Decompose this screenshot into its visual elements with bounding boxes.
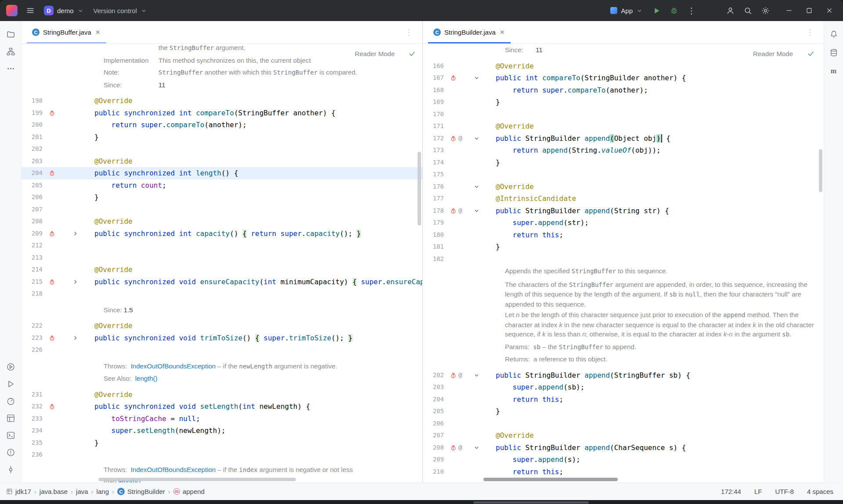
override-gutter-icon[interactable] bbox=[450, 75, 457, 81]
close-button[interactable] bbox=[819, 0, 839, 21]
fold-chevron-icon[interactable] bbox=[72, 231, 78, 236]
main-menu-button[interactable] bbox=[22, 2, 39, 19]
doc-link[interactable]: length() bbox=[135, 375, 158, 382]
fold-chevron-icon[interactable] bbox=[474, 208, 479, 214]
structure-tool-button[interactable] bbox=[3, 43, 18, 59]
more-actions-button[interactable]: ⋮ bbox=[683, 2, 700, 19]
override-gutter-icon[interactable] bbox=[450, 207, 457, 214]
line-separator[interactable]: LF bbox=[754, 488, 762, 495]
annotation-gutter-icon[interactable]: @ bbox=[458, 132, 462, 145]
fold-chevron-icon[interactable] bbox=[474, 184, 479, 189]
annotation-gutter-icon[interactable]: @ bbox=[458, 369, 462, 382]
line-number: 202 bbox=[423, 369, 444, 382]
override-gutter-icon[interactable] bbox=[49, 230, 55, 237]
line-number: 213 bbox=[22, 252, 43, 264]
fold-chevron-icon[interactable] bbox=[72, 335, 78, 341]
services-tool-button[interactable] bbox=[3, 410, 18, 426]
editor-stringbuilder[interactable]: Since:11166@Override167public int compar… bbox=[423, 44, 824, 483]
breadcrumb-item[interactable]: CStringBuilder bbox=[117, 488, 165, 495]
code-line: 170 bbox=[423, 108, 824, 121]
run-tool-tool-button[interactable] bbox=[3, 359, 18, 375]
breadcrumb-item[interactable]: java bbox=[76, 488, 88, 495]
doc-link[interactable]: IndexOutOfBoundsException bbox=[131, 362, 216, 370]
breadcrumb-item[interactable]: lang bbox=[97, 488, 109, 495]
fold-chevron-icon[interactable] bbox=[474, 75, 479, 81]
breadcrumb-item[interactable]: java.base bbox=[40, 488, 68, 495]
file-encoding[interactable]: UTF-8 bbox=[775, 488, 794, 495]
tab-options-button[interactable]: ⋮ bbox=[400, 24, 417, 41]
line-number: 207 bbox=[423, 429, 444, 442]
code-line: 210 return this; bbox=[423, 466, 824, 478]
code-line: 167public int compareTo(StringBuilder an… bbox=[423, 72, 824, 84]
problems-tool-button[interactable] bbox=[3, 444, 18, 460]
annotation-gutter-icon[interactable]: @ bbox=[458, 442, 462, 454]
override-gutter-icon[interactable] bbox=[49, 403, 55, 410]
vertical-scrollbar[interactable] bbox=[819, 149, 822, 192]
inspections-check-icon[interactable] bbox=[407, 50, 417, 60]
run-configuration-widget[interactable]: App bbox=[606, 3, 647, 18]
settings-button[interactable] bbox=[757, 2, 774, 19]
fold-chevron-icon[interactable] bbox=[72, 279, 78, 285]
inspections-check-icon[interactable] bbox=[806, 50, 816, 60]
vcs-widget[interactable]: Version control bbox=[89, 3, 151, 18]
breadcrumb-item[interactable]: mappend bbox=[173, 488, 205, 495]
fold-chevron-icon[interactable] bbox=[474, 445, 479, 450]
fold-chevron-icon[interactable] bbox=[474, 136, 479, 141]
tab-stringbuilder[interactable]: C StringBuilder.java × bbox=[428, 21, 511, 43]
horizontal-scrollbar[interactable] bbox=[98, 478, 296, 481]
tab-options-button[interactable]: ⋮ bbox=[802, 24, 818, 41]
terminal-tool-button[interactable] bbox=[3, 427, 18, 443]
close-tab-icon[interactable]: × bbox=[499, 29, 505, 36]
override-gutter-icon[interactable] bbox=[49, 335, 55, 341]
maximize-button[interactable] bbox=[799, 0, 819, 21]
tabbar-right: C StringBuilder.java × ⋮ bbox=[423, 21, 824, 44]
override-gutter-icon[interactable] bbox=[450, 135, 457, 142]
tab-stringbuffer[interactable]: C StringBuffer.java × bbox=[27, 21, 106, 43]
override-gutter-icon[interactable] bbox=[49, 110, 55, 116]
line-number: 168 bbox=[423, 84, 444, 97]
chevron-down-icon bbox=[77, 7, 84, 14]
reader-mode-toggle[interactable]: Reader Mode bbox=[749, 50, 796, 58]
line-number: 171 bbox=[423, 120, 444, 132]
search-everywhere-button[interactable] bbox=[739, 2, 756, 19]
database-tool-button[interactable] bbox=[826, 45, 842, 61]
horizontal-scrollbar[interactable] bbox=[483, 478, 618, 481]
minimize-button[interactable] bbox=[779, 0, 799, 21]
breadcrumb-item[interactable]: jdk17 bbox=[6, 488, 31, 495]
line-number: 208 bbox=[423, 442, 444, 454]
override-gutter-icon[interactable] bbox=[450, 444, 457, 451]
line-number: 174 bbox=[423, 157, 444, 169]
override-gutter-icon[interactable] bbox=[49, 170, 55, 176]
line-number: 212 bbox=[22, 239, 43, 252]
close-tab-icon[interactable]: × bbox=[95, 29, 101, 36]
window-controls bbox=[779, 0, 839, 21]
project-widget[interactable]: D demo bbox=[40, 3, 88, 18]
reader-mode-toggle[interactable]: Reader Mode bbox=[351, 50, 398, 58]
editor-stringbuffer[interactable]: the StringBuffer argument.Implementation… bbox=[22, 44, 422, 483]
commit-tool-button[interactable] bbox=[3, 461, 18, 477]
debug-button[interactable] bbox=[666, 2, 682, 19]
profiler-tool-button[interactable] bbox=[3, 393, 18, 409]
caret-position[interactable]: 172:44 bbox=[721, 488, 741, 495]
run-button[interactable] bbox=[648, 2, 665, 19]
vertical-scrollbar[interactable] bbox=[418, 152, 421, 225]
tab-label: StringBuilder.java bbox=[444, 29, 496, 36]
doc-line: Since: 1.5 bbox=[22, 304, 422, 316]
play-tool-button[interactable] bbox=[3, 376, 18, 392]
editor-pane-left: C StringBuffer.java × ⋮ the StringBuffer… bbox=[22, 21, 422, 483]
profiler-icon bbox=[6, 397, 15, 406]
code-with-me-button[interactable] bbox=[722, 2, 739, 19]
override-gutter-icon[interactable] bbox=[450, 372, 457, 379]
code-line: 213 bbox=[22, 252, 422, 264]
activity-bar-left-top bbox=[3, 25, 18, 78]
notifications-tool-button[interactable] bbox=[826, 26, 842, 42]
indent-size[interactable]: 4 spaces bbox=[807, 488, 833, 495]
more-tool-button[interactable] bbox=[3, 61, 18, 76]
annotation-gutter-icon[interactable]: @ bbox=[458, 205, 462, 217]
maven-tool-button[interactable]: m bbox=[826, 63, 842, 79]
override-gutter-icon[interactable] bbox=[49, 279, 55, 285]
doc-link[interactable]: IndexOutOfBoundsException bbox=[131, 466, 216, 473]
project-tool-button[interactable] bbox=[3, 26, 18, 42]
fold-chevron-icon[interactable] bbox=[474, 372, 479, 378]
code-line: 173 return append(String.valueOf(obj)); bbox=[423, 144, 824, 157]
